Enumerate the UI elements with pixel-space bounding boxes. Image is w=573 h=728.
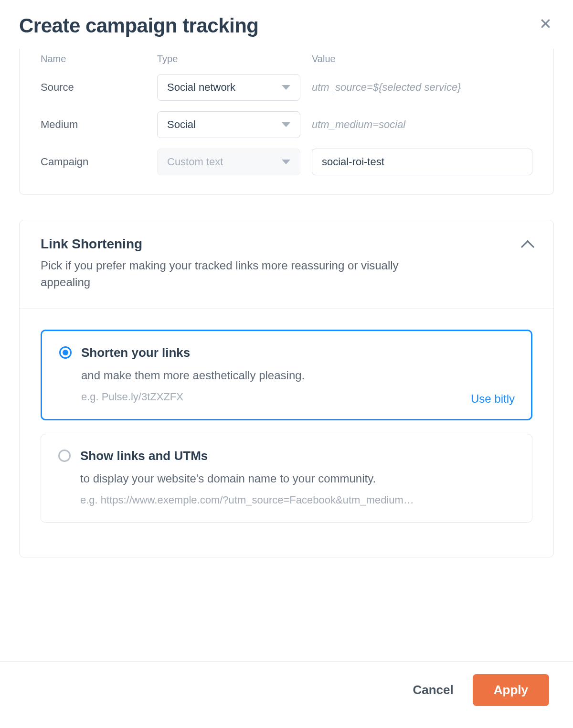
- use-bitly-link[interactable]: Use bitly: [471, 392, 515, 406]
- params-panel: Name Type Value Source Social network ut…: [19, 49, 554, 195]
- param-name: Campaign: [41, 156, 146, 168]
- source-value-placeholder: utm_source=${selected service}: [312, 81, 532, 94]
- campaign-type-select[interactable]: Custom text: [157, 149, 300, 175]
- footer-bar: Cancel Apply: [0, 661, 573, 718]
- close-icon[interactable]: ✕: [537, 14, 554, 33]
- option-desc: and make them more aesthetically pleasin…: [81, 367, 514, 384]
- option-title: Show links and UTMs: [80, 449, 208, 463]
- chevron-up-icon[interactable]: [521, 240, 534, 254]
- col-value: Value: [312, 54, 532, 64]
- param-row-source: Source Social network utm_source=${selec…: [41, 74, 532, 101]
- param-name: Medium: [41, 118, 146, 131]
- link-shortening-section: Link Shortening Pick if you prefer makin…: [19, 220, 554, 557]
- radio-icon: [59, 346, 72, 359]
- select-value: Social network: [167, 81, 235, 94]
- select-value: Social: [167, 118, 196, 131]
- cancel-button[interactable]: Cancel: [413, 683, 454, 697]
- medium-value-placeholder: utm_medium=social: [312, 118, 532, 131]
- radio-icon: [58, 450, 71, 462]
- option-shorten-links[interactable]: Shorten your links and make them more ae…: [41, 330, 532, 420]
- chevron-down-icon: [282, 85, 290, 90]
- apply-button[interactable]: Apply: [473, 674, 549, 706]
- param-row-medium: Medium Social utm_medium=social: [41, 111, 532, 138]
- section-subtitle: Pick if you prefer making your tracked l…: [41, 257, 413, 291]
- col-type: Type: [157, 54, 300, 64]
- param-row-campaign: Campaign Custom text: [41, 149, 532, 175]
- param-name: Source: [41, 81, 146, 94]
- chevron-down-icon: [282, 160, 290, 164]
- campaign-value-input[interactable]: [312, 149, 532, 175]
- option-desc: to display your website's domain name to…: [80, 470, 515, 487]
- option-example: e.g. https://www.exemple.com/?utm_source…: [80, 492, 515, 508]
- section-title: Link Shortening: [41, 236, 413, 252]
- modal-title: Create campaign tracking: [19, 14, 259, 37]
- chevron-down-icon: [282, 122, 290, 127]
- select-value: Custom text: [167, 156, 223, 168]
- option-example: e.g. Pulse.ly/3tZXZFX: [81, 389, 514, 405]
- col-name: Name: [41, 54, 146, 64]
- option-title: Shorten your links: [81, 345, 190, 360]
- source-type-select[interactable]: Social network: [157, 74, 300, 101]
- option-show-utms[interactable]: Show links and UTMs to display your webs…: [41, 434, 532, 523]
- medium-type-select[interactable]: Social: [157, 111, 300, 138]
